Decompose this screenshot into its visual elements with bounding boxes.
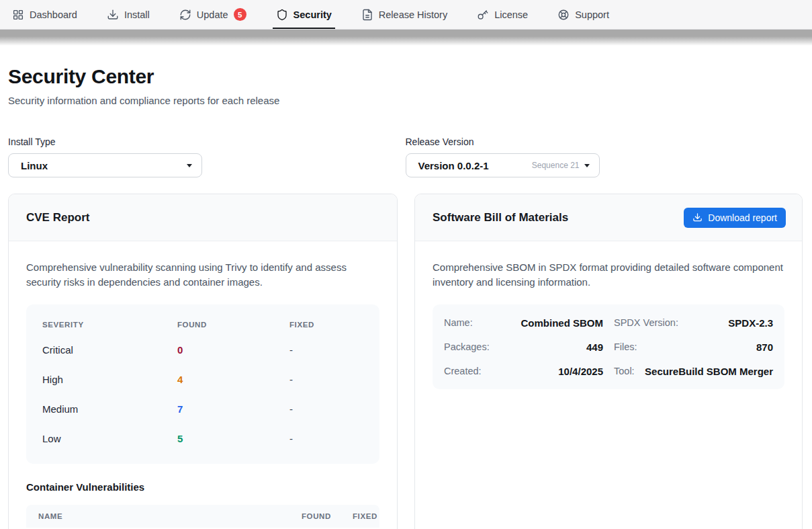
table-row-high: High 4 - (42, 364, 363, 394)
column-header-found: FOUND (302, 512, 353, 520)
update-count-badge: 5 (234, 8, 246, 21)
detail-value: SecureBuild SBOM Merger (645, 366, 773, 377)
nav-item-label: Dashboard (30, 9, 77, 20)
column-header-severity: SEVERITY (42, 321, 177, 329)
chevron-down-icon (187, 164, 192, 167)
severity-table: SEVERITY FOUND FIXED Critical 0 - High 4… (26, 304, 379, 464)
found-count: 7 (177, 403, 289, 415)
sbom-details-grid: Name: Combined SBOM SPDX Version: SPDX-2… (433, 304, 784, 389)
cve-card-title: CVE Report (26, 211, 89, 225)
support-icon (557, 9, 570, 21)
nav-item-dashboard[interactable]: Dashboard (12, 0, 77, 29)
download-report-label: Download report (708, 212, 777, 223)
detail-value: 10/4/2025 (558, 366, 603, 377)
security-icon (276, 9, 288, 21)
sbom-detail-tool: Tool: SecureBuild SBOM Merger (614, 359, 773, 383)
release-version-select[interactable]: Version 0.0.2-1 Sequence 21 (406, 153, 600, 177)
page-title: Security Center (8, 66, 803, 87)
severity-label: High (42, 374, 177, 385)
fixed-count: - (289, 403, 363, 415)
container-table-header: NAME FOUND FIXED (26, 505, 379, 528)
cve-card-body: Comprehensive vulnerability scanning usi… (9, 241, 397, 528)
column-header-fixed: FIXED (289, 321, 363, 329)
sbom-detail-packages: Packages: 449 (444, 335, 603, 359)
download-icon (692, 212, 703, 222)
nav-item-label: Support (575, 9, 609, 20)
detail-value: Combined SBOM (521, 317, 604, 329)
nav-item-security[interactable]: Security (276, 0, 332, 29)
fixed-count: - (289, 374, 363, 385)
sbom-detail-created: Created: 10/4/2025 (444, 359, 603, 383)
nav-item-install[interactable]: Install (107, 0, 150, 29)
column-header-found: FOUND (177, 321, 289, 329)
cve-card-header: CVE Report (9, 194, 397, 241)
severity-label: Medium (42, 403, 177, 415)
table-row-medium: Medium 7 - (42, 394, 363, 423)
severity-label: Critical (42, 344, 177, 356)
detail-label: Tool: (614, 366, 635, 376)
severity-label: Low (42, 433, 177, 444)
table-row-critical: Critical 0 - (42, 335, 363, 364)
detail-value: 449 (586, 341, 603, 353)
release-version-value: Version 0.0.2-1 (418, 160, 489, 171)
cve-description: Comprehensive vulnerability scanning usi… (26, 260, 379, 289)
column-header-fixed: FIXED (353, 512, 377, 520)
nav-item-label: Update (197, 9, 228, 20)
detail-label: Files: (614, 341, 637, 352)
nav-item-label: Install (124, 9, 150, 20)
report-cards: CVE Report Comprehensive vulnerability s… (8, 194, 803, 529)
nav-item-label: Security (294, 9, 332, 20)
sbom-card-title: Software Bill of Materials (433, 211, 568, 225)
nav-item-support[interactable]: Support (557, 0, 609, 29)
nav-item-update[interactable]: Update 5 (179, 0, 246, 29)
top-nav: Dashboard Install Update 5 Security Rele… (0, 0, 812, 30)
detail-label: SPDX Version: (614, 317, 678, 328)
container-vulnerabilities-title: Container Vulnerabilities (26, 481, 379, 493)
filters-row: Install Type Linux Release Version Versi… (8, 136, 803, 177)
table-row-low: Low 5 - (42, 423, 363, 453)
license-icon (477, 9, 489, 21)
found-count: 0 (177, 344, 289, 356)
severity-table-header: SEVERITY FOUND FIXED (42, 315, 363, 335)
detail-value: 870 (756, 341, 773, 353)
release-sequence-badge: Sequence 21 (532, 161, 580, 170)
sbom-detail-name: Name: Combined SBOM (444, 311, 603, 335)
nav-item-label: Release History (379, 9, 447, 20)
install-type-label: Install Type (8, 136, 389, 147)
nav-item-license[interactable]: License (477, 0, 528, 29)
detail-label: Name: (444, 317, 473, 328)
sbom-detail-spdx-version: SPDX Version: SPDX-2.3 (614, 311, 773, 335)
nav-item-release-history[interactable]: Release History (361, 0, 447, 29)
sbom-card: Software Bill of Materials Download repo… (414, 194, 803, 529)
security-center-page: Security Center Security information and… (0, 66, 812, 529)
download-report-button[interactable]: Download report (684, 208, 786, 228)
sbom-detail-files: Files: 870 (614, 335, 773, 359)
install-type-select[interactable]: Linux (8, 153, 202, 177)
chevron-down-icon (584, 164, 590, 167)
sbom-description: Comprehensive SBOM in SPDX format provid… (433, 260, 784, 289)
detail-value: SPDX-2.3 (728, 317, 773, 329)
install-icon (107, 9, 119, 21)
dashboard-icon (12, 9, 24, 21)
found-count: 4 (177, 374, 289, 385)
fixed-count: - (289, 344, 363, 356)
fixed-count: - (289, 433, 363, 444)
nav-item-label: License (494, 9, 528, 20)
release-history-icon (361, 9, 373, 21)
column-header-name: NAME (38, 512, 302, 520)
cve-report-card: CVE Report Comprehensive vulnerability s… (8, 194, 398, 529)
sbom-card-body: Comprehensive SBOM in SPDX format provid… (415, 241, 802, 389)
install-type-group: Install Type Linux (8, 136, 389, 177)
update-icon (179, 9, 191, 21)
header-shadow-band (0, 30, 812, 46)
release-version-label: Release Version (406, 136, 786, 147)
found-count: 5 (177, 433, 289, 444)
page-subtitle: Security information and compliance repo… (8, 95, 803, 106)
sbom-card-header: Software Bill of Materials Download repo… (415, 194, 802, 241)
release-version-group: Release Version Version 0.0.2-1 Sequence… (406, 136, 786, 177)
detail-label: Packages: (444, 341, 490, 352)
install-type-value: Linux (21, 160, 48, 171)
detail-label: Created: (444, 366, 482, 376)
